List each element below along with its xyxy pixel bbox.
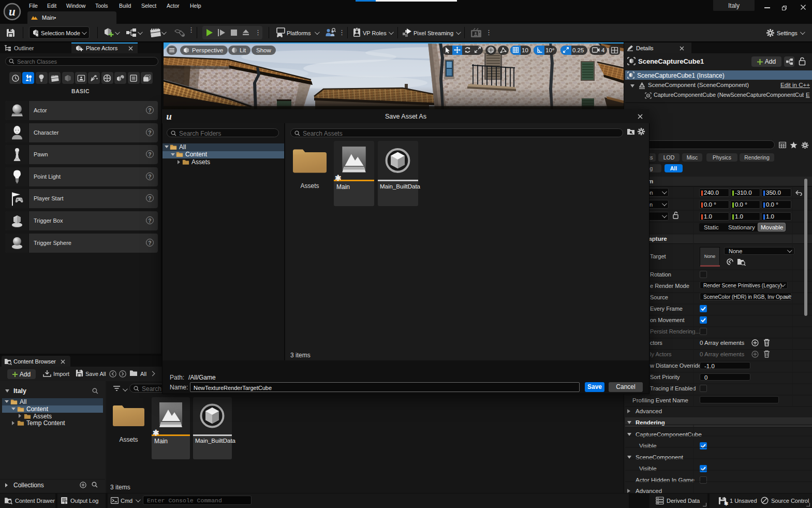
svg-text:u: u: [9, 5, 16, 18]
